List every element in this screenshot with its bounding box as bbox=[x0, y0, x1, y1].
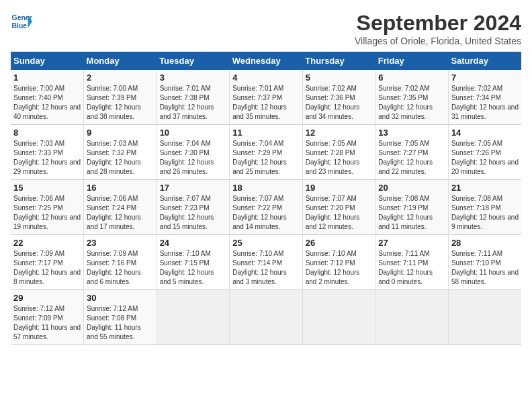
day-number: 24 bbox=[160, 238, 227, 248]
calendar-cell: 1Sunrise: 7:00 AMSunset: 7:40 PMDaylight… bbox=[11, 70, 84, 125]
calendar-cell: 12Sunrise: 7:05 AMSunset: 7:28 PMDayligh… bbox=[302, 125, 375, 180]
day-info: Sunrise: 7:04 AMSunset: 7:29 PMDaylight:… bbox=[232, 139, 300, 177]
day-info: Sunrise: 7:10 AMSunset: 7:12 PMDaylight:… bbox=[306, 249, 373, 287]
calendar-cell: 22Sunrise: 7:09 AMSunset: 7:17 PMDayligh… bbox=[11, 235, 84, 290]
weekday-header-saturday: Saturday bbox=[448, 52, 521, 70]
weekday-header-sunday: Sunday bbox=[11, 52, 84, 70]
calendar-cell: 23Sunrise: 7:09 AMSunset: 7:16 PMDayligh… bbox=[84, 235, 157, 290]
day-number: 23 bbox=[87, 238, 154, 248]
day-number: 4 bbox=[232, 73, 300, 83]
calendar-cell: 27Sunrise: 7:11 AMSunset: 7:11 PMDayligh… bbox=[375, 235, 449, 290]
day-info: Sunrise: 7:05 AMSunset: 7:27 PMDaylight:… bbox=[378, 139, 445, 177]
calendar-cell bbox=[157, 290, 230, 345]
calendar-cell bbox=[302, 290, 375, 345]
calendar-cell: 16Sunrise: 7:06 AMSunset: 7:24 PMDayligh… bbox=[84, 180, 157, 235]
day-number: 22 bbox=[13, 238, 81, 248]
logo-icon: General Blue bbox=[11, 11, 32, 32]
calendar-table: SundayMondayTuesdayWednesdayThursdayFrid… bbox=[11, 52, 521, 345]
day-info: Sunrise: 7:05 AMSunset: 7:28 PMDaylight:… bbox=[306, 139, 373, 177]
calendar-cell: 2Sunrise: 7:00 AMSunset: 7:39 PMDaylight… bbox=[84, 70, 157, 125]
weekday-header-friday: Friday bbox=[375, 52, 449, 70]
day-info: Sunrise: 7:03 AMSunset: 7:33 PMDaylight:… bbox=[13, 139, 81, 177]
day-number: 13 bbox=[378, 128, 445, 138]
day-number: 29 bbox=[13, 293, 81, 303]
svg-text:Blue: Blue bbox=[12, 22, 28, 30]
title-area: September 2024 Villages of Oriole, Flori… bbox=[355, 11, 521, 46]
calendar-cell: 15Sunrise: 7:06 AMSunset: 7:25 PMDayligh… bbox=[11, 180, 84, 235]
calendar-cell: 20Sunrise: 7:08 AMSunset: 7:19 PMDayligh… bbox=[375, 180, 449, 235]
day-info: Sunrise: 7:00 AMSunset: 7:40 PMDaylight:… bbox=[13, 84, 81, 122]
calendar-cell: 10Sunrise: 7:04 AMSunset: 7:30 PMDayligh… bbox=[157, 125, 230, 180]
day-number: 1 bbox=[13, 73, 81, 83]
calendar-cell: 3Sunrise: 7:01 AMSunset: 7:38 PMDaylight… bbox=[157, 70, 230, 125]
calendar-cell: 29Sunrise: 7:12 AMSunset: 7:09 PMDayligh… bbox=[11, 290, 84, 345]
calendar-week-3: 15Sunrise: 7:06 AMSunset: 7:25 PMDayligh… bbox=[11, 180, 521, 235]
day-info: Sunrise: 7:09 AMSunset: 7:16 PMDaylight:… bbox=[87, 249, 154, 287]
calendar-cell: 28Sunrise: 7:11 AMSunset: 7:10 PMDayligh… bbox=[448, 235, 521, 290]
day-info: Sunrise: 7:09 AMSunset: 7:17 PMDaylight:… bbox=[13, 249, 81, 287]
day-number: 27 bbox=[378, 238, 445, 248]
day-info: Sunrise: 7:07 AMSunset: 7:22 PMDaylight:… bbox=[232, 194, 300, 232]
calendar-cell: 9Sunrise: 7:03 AMSunset: 7:32 PMDaylight… bbox=[84, 125, 157, 180]
day-number: 8 bbox=[13, 128, 81, 138]
calendar-week-4: 22Sunrise: 7:09 AMSunset: 7:17 PMDayligh… bbox=[11, 235, 521, 290]
day-number: 17 bbox=[160, 183, 227, 193]
calendar-cell: 14Sunrise: 7:05 AMSunset: 7:26 PMDayligh… bbox=[448, 125, 521, 180]
day-number: 12 bbox=[306, 128, 373, 138]
day-info: Sunrise: 7:06 AMSunset: 7:25 PMDaylight:… bbox=[13, 194, 81, 232]
day-number: 16 bbox=[87, 183, 154, 193]
day-info: Sunrise: 7:11 AMSunset: 7:10 PMDaylight:… bbox=[451, 249, 519, 287]
day-info: Sunrise: 7:12 AMSunset: 7:08 PMDaylight:… bbox=[87, 304, 154, 342]
calendar-cell bbox=[375, 290, 449, 345]
day-info: Sunrise: 7:01 AMSunset: 7:37 PMDaylight:… bbox=[232, 84, 300, 122]
calendar-cell: 4Sunrise: 7:01 AMSunset: 7:37 PMDaylight… bbox=[230, 70, 303, 125]
day-number: 18 bbox=[232, 183, 300, 193]
weekday-header-wednesday: Wednesday bbox=[230, 52, 303, 70]
calendar-cell: 25Sunrise: 7:10 AMSunset: 7:14 PMDayligh… bbox=[230, 235, 303, 290]
calendar-cell: 26Sunrise: 7:10 AMSunset: 7:12 PMDayligh… bbox=[302, 235, 375, 290]
calendar-cell: 21Sunrise: 7:08 AMSunset: 7:18 PMDayligh… bbox=[448, 180, 521, 235]
weekday-header-tuesday: Tuesday bbox=[157, 52, 230, 70]
day-number: 2 bbox=[87, 73, 154, 83]
weekday-header-monday: Monday bbox=[84, 52, 157, 70]
day-number: 21 bbox=[451, 183, 519, 193]
calendar-cell: 6Sunrise: 7:02 AMSunset: 7:35 PMDaylight… bbox=[375, 70, 449, 125]
day-info: Sunrise: 7:01 AMSunset: 7:38 PMDaylight:… bbox=[160, 84, 227, 122]
header: General Blue September 2024 Villages of … bbox=[11, 11, 521, 46]
calendar-cell: 18Sunrise: 7:07 AMSunset: 7:22 PMDayligh… bbox=[230, 180, 303, 235]
day-info: Sunrise: 7:07 AMSunset: 7:23 PMDaylight:… bbox=[160, 194, 227, 232]
day-number: 11 bbox=[232, 128, 300, 138]
day-info: Sunrise: 7:03 AMSunset: 7:32 PMDaylight:… bbox=[87, 139, 154, 177]
day-number: 19 bbox=[306, 183, 373, 193]
calendar-cell: 7Sunrise: 7:02 AMSunset: 7:34 PMDaylight… bbox=[448, 70, 521, 125]
calendar-cell: 19Sunrise: 7:07 AMSunset: 7:20 PMDayligh… bbox=[302, 180, 375, 235]
calendar-header: SundayMondayTuesdayWednesdayThursdayFrid… bbox=[11, 52, 521, 70]
calendar-cell: 17Sunrise: 7:07 AMSunset: 7:23 PMDayligh… bbox=[157, 180, 230, 235]
day-info: Sunrise: 7:05 AMSunset: 7:26 PMDaylight:… bbox=[451, 139, 519, 177]
day-info: Sunrise: 7:12 AMSunset: 7:09 PMDaylight:… bbox=[13, 304, 81, 342]
calendar-cell bbox=[448, 290, 521, 345]
day-number: 10 bbox=[160, 128, 227, 138]
day-info: Sunrise: 7:00 AMSunset: 7:39 PMDaylight:… bbox=[87, 84, 154, 122]
month-title: September 2024 bbox=[355, 11, 521, 36]
day-info: Sunrise: 7:02 AMSunset: 7:35 PMDaylight:… bbox=[378, 84, 445, 122]
calendar-cell: 30Sunrise: 7:12 AMSunset: 7:08 PMDayligh… bbox=[84, 290, 157, 345]
day-info: Sunrise: 7:02 AMSunset: 7:36 PMDaylight:… bbox=[306, 84, 373, 122]
day-info: Sunrise: 7:10 AMSunset: 7:14 PMDaylight:… bbox=[232, 249, 300, 287]
day-number: 28 bbox=[451, 238, 519, 248]
location-title: Villages of Oriole, Florida, United Stat… bbox=[355, 36, 521, 46]
day-number: 5 bbox=[306, 73, 373, 83]
calendar-cell: 8Sunrise: 7:03 AMSunset: 7:33 PMDaylight… bbox=[11, 125, 84, 180]
day-info: Sunrise: 7:08 AMSunset: 7:18 PMDaylight:… bbox=[451, 194, 519, 232]
logo: General Blue bbox=[11, 11, 32, 32]
day-number: 26 bbox=[306, 238, 373, 248]
calendar-week-2: 8Sunrise: 7:03 AMSunset: 7:33 PMDaylight… bbox=[11, 125, 521, 180]
calendar-cell: 13Sunrise: 7:05 AMSunset: 7:27 PMDayligh… bbox=[375, 125, 449, 180]
day-info: Sunrise: 7:02 AMSunset: 7:34 PMDaylight:… bbox=[451, 84, 519, 122]
day-number: 25 bbox=[232, 238, 300, 248]
calendar-cell: 24Sunrise: 7:10 AMSunset: 7:15 PMDayligh… bbox=[157, 235, 230, 290]
day-info: Sunrise: 7:08 AMSunset: 7:19 PMDaylight:… bbox=[378, 194, 445, 232]
day-number: 20 bbox=[378, 183, 445, 193]
calendar-cell: 5Sunrise: 7:02 AMSunset: 7:36 PMDaylight… bbox=[302, 70, 375, 125]
day-number: 6 bbox=[378, 73, 445, 83]
